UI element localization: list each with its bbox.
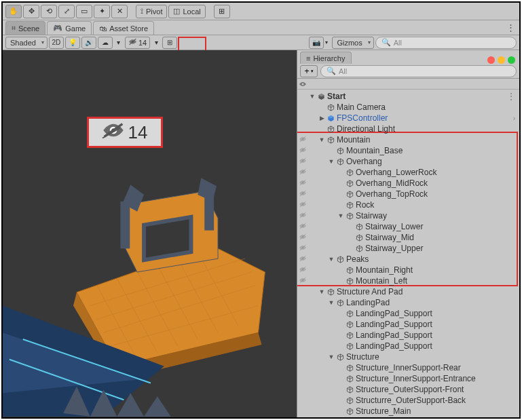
cube-icon: [345, 191, 354, 198]
minimize-dot[interactable]: [498, 56, 505, 64]
tree-row[interactable]: LandingPad_Support: [297, 319, 519, 330]
visibility-toggle[interactable]: [297, 233, 308, 242]
visibility-toggle[interactable]: [297, 222, 308, 231]
custom-tool[interactable]: ✕: [111, 5, 128, 18]
grid-toggle[interactable]: ⊞: [162, 37, 177, 49]
camera-button[interactable]: 📷: [309, 37, 324, 49]
tree-row[interactable]: LandingPad_Support: [297, 341, 519, 351]
grid-dropdown-arrow[interactable]: ▾: [151, 37, 161, 49]
hidden-objects-count[interactable]: 14: [125, 37, 150, 49]
cube-icon: [345, 332, 354, 339]
tree-row[interactable]: ▼LandingPad: [297, 297, 519, 308]
tree-row[interactable]: Cube: [297, 417, 519, 417]
expand-arrow[interactable]: ▼: [327, 158, 335, 165]
cube-icon: [345, 397, 354, 404]
tree-row[interactable]: Overhang_TopRock: [297, 189, 519, 199]
scene-search[interactable]: 🔍All: [375, 37, 517, 49]
tree-row[interactable]: Stairway_Upper: [297, 243, 519, 254]
visibility-toggle[interactable]: [297, 135, 308, 145]
tree-row[interactable]: Overhang_LowerRock: [297, 167, 519, 178]
tree-row[interactable]: ▶FPSController›: [297, 113, 519, 123]
tree-row[interactable]: Structure_InnerSupport-Entrance: [297, 373, 519, 384]
tree-row[interactable]: Structure_OuterSupport-Front: [297, 384, 519, 395]
expand-arrow[interactable]: ▼: [327, 299, 335, 306]
hierarchy-search[interactable]: 🔍All: [320, 65, 517, 77]
pivot-toggle[interactable]: ⟟ Pivot: [136, 5, 167, 18]
tree-row[interactable]: ▼Structure: [297, 351, 519, 362]
visibility-toggle[interactable]: [297, 146, 308, 155]
tab-menu[interactable]: ⋮: [504, 22, 517, 35]
visibility-toggle[interactable]: [297, 211, 308, 221]
row-label: LandingPad_Support: [354, 330, 432, 340]
shading-dropdown[interactable]: Shaded: [5, 37, 48, 49]
tree-row[interactable]: Structurre_OuterSupport-Back: [297, 395, 519, 406]
tree-row[interactable]: Structure_InnerSupport-Rear: [297, 362, 519, 373]
local-toggle[interactable]: ◫ Local: [168, 5, 205, 18]
rotate-tool[interactable]: ⟲: [41, 5, 57, 18]
hierarchy-tab[interactable]: ≡Hierarchy: [300, 52, 352, 64]
scale-tool[interactable]: ⤢: [58, 5, 75, 18]
tree-row[interactable]: Structure_Main: [297, 406, 519, 417]
tree-row[interactable]: Stairway_Lower: [297, 221, 519, 232]
tree-row[interactable]: ▼Peaks: [297, 254, 519, 265]
tree-row[interactable]: Main Camera: [297, 102, 519, 113]
tree-row[interactable]: Directional Light: [297, 123, 519, 134]
expand-arrow[interactable]: ▼: [327, 354, 335, 360]
gizmos-dropdown[interactable]: Gizmos: [332, 37, 373, 49]
audio-toggle[interactable]: 🔊: [81, 37, 96, 49]
expand-arrow[interactable]: ▼: [318, 136, 326, 143]
row-label: LandingPad_Support: [354, 320, 432, 329]
tree-row[interactable]: Mountain_Base: [297, 145, 519, 156]
expand-arrow[interactable]: ▼: [327, 256, 335, 263]
hierarchy-tree[interactable]: ▼Start⋮Main Camera▶FPSController›Directi…: [297, 90, 519, 417]
scene-viewport[interactable]: 14: [3, 50, 297, 417]
close-dot[interactable]: [487, 56, 495, 64]
expand-arrow[interactable]: ▼: [308, 93, 316, 100]
svg-marker-16: [144, 217, 191, 260]
create-button[interactable]: +: [300, 65, 318, 77]
tree-row[interactable]: Rock: [297, 199, 519, 210]
tab-scene[interactable]: ⌗Scene: [5, 21, 45, 35]
expand-arrow[interactable]: ▶: [318, 115, 326, 121]
visibility-toggle[interactable]: [297, 276, 308, 286]
tab-game[interactable]: 🎮Game: [47, 21, 92, 35]
tree-row[interactable]: LandingPad_Support: [297, 308, 519, 319]
scene-icon: [316, 93, 326, 100]
mode-2d-toggle[interactable]: 2D: [49, 37, 64, 49]
tree-row[interactable]: ▼Stairway: [297, 210, 519, 221]
visibility-toggle[interactable]: [297, 189, 308, 199]
visibility-toggle[interactable]: [297, 178, 308, 188]
move-tool[interactable]: ✥: [23, 5, 39, 18]
rect-tool[interactable]: ▭: [76, 5, 92, 18]
visibility-toggle[interactable]: [297, 244, 308, 253]
snap-toggle[interactable]: ⊞: [214, 5, 230, 18]
tree-row[interactable]: ▼Structure And Pad: [297, 286, 519, 297]
tree-row[interactable]: ▼Start⋮: [297, 91, 519, 102]
expand-arrow[interactable]: ▼: [337, 212, 345, 219]
tree-row[interactable]: Mountain_Right: [297, 265, 519, 275]
expand-arrow[interactable]: ▼: [318, 288, 326, 295]
visibility-toggle[interactable]: [297, 168, 308, 177]
prefab-open-icon[interactable]: ›: [513, 115, 515, 122]
cube-icon: [335, 158, 345, 166]
visibility-toggle[interactable]: [297, 254, 308, 264]
row-label: Structure: [345, 352, 379, 362]
maximize-dot[interactable]: [508, 56, 515, 64]
tree-row[interactable]: ▼Mountain: [297, 134, 519, 145]
fx-dropdown[interactable]: ▾: [114, 37, 124, 49]
lighting-toggle[interactable]: 💡: [65, 37, 80, 49]
transform-tool[interactable]: ✦: [94, 5, 110, 18]
visibility-toggle[interactable]: [297, 157, 308, 166]
tab-asset-store[interactable]: 🛍Asset Store: [93, 21, 154, 35]
visibility-toggle[interactable]: [297, 200, 308, 210]
tree-row[interactable]: Overhang_MidRock: [297, 178, 519, 189]
hand-tool[interactable]: ✋: [5, 5, 22, 18]
tree-row[interactable]: LandingPad_Support: [297, 330, 519, 341]
tree-row[interactable]: Stairway_Mid: [297, 232, 519, 243]
scene-menu[interactable]: ⋮: [507, 92, 515, 101]
visibility-toggle[interactable]: [297, 265, 308, 275]
fx-toggle[interactable]: ☁: [98, 37, 113, 49]
cube-icon: [345, 343, 354, 350]
tree-row[interactable]: ▼Overhang: [297, 156, 519, 167]
tree-row[interactable]: Mountain_Left: [297, 275, 519, 286]
